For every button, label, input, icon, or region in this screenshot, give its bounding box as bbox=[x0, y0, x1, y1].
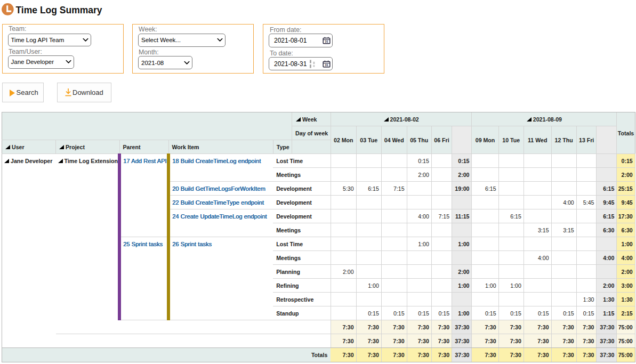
svg-text:31: 31 bbox=[325, 63, 328, 67]
svg-text:31: 31 bbox=[325, 40, 328, 43]
